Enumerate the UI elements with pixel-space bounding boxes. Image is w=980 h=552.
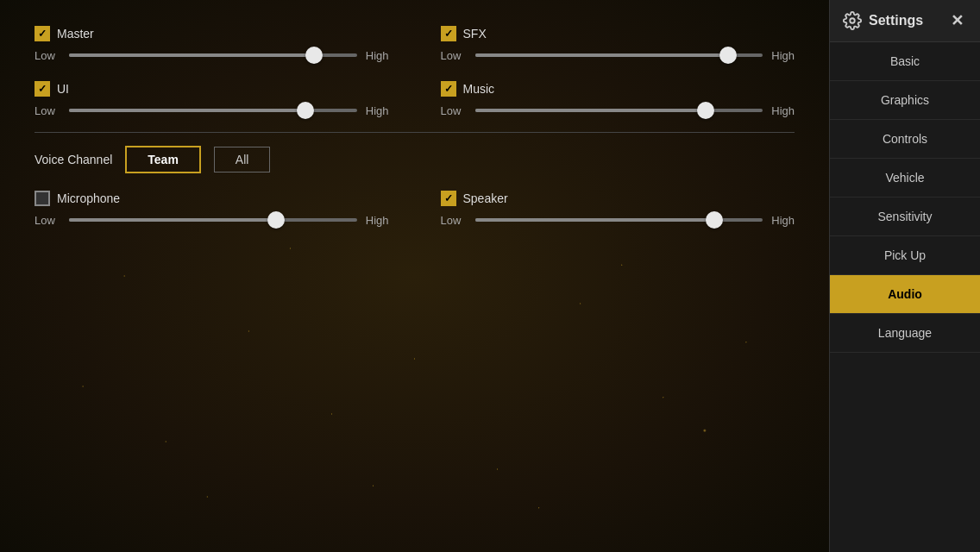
ui-slider-track [69,109,357,112]
music-low-label: Low [441,104,467,117]
master-slider-fill [69,53,314,57]
sfx-slider-track [475,53,763,57]
music-slider-thumb[interactable] [697,102,714,119]
speaker-slider-fill [475,218,714,222]
ui-label: UI [57,82,69,96]
sfx-label: SFX [463,27,487,41]
master-slider-row: Low High [35,47,389,64]
sidebar-nav: Basic Graphics Controls Vehicle Sensitiv… [830,42,980,552]
speaker-slider-track [475,218,763,222]
sidebar-item-audio[interactable]: Audio [830,275,980,314]
speaker-header: Speaker [441,191,795,206]
close-button[interactable]: ✕ [946,10,967,31]
microphone-checkbox[interactable] [35,191,50,206]
microphone-label: Microphone [57,191,120,205]
microphone-header: Microphone [35,191,389,206]
ui-slider-row: Low High [35,102,389,119]
sidebar-item-controls[interactable]: Controls [830,120,980,159]
audio-panel: Master Low High SFX [35,26,795,229]
music-header: Music [441,81,795,97]
ui-slider-thumb[interactable] [297,102,314,119]
music-slider-track [475,109,763,112]
master-low-label: Low [35,49,60,62]
master-high-label: High [366,49,389,62]
audio-item-ui: UI Low High [35,81,389,119]
speaker-checkbox[interactable] [441,191,456,206]
ui-header: UI [35,81,389,97]
ui-high-label: High [366,104,389,117]
master-label: Master [57,27,94,41]
settings-title: Settings [869,13,923,28]
audio-item-speaker: Speaker Low High [441,191,795,229]
sfx-slider-row: Low High [441,47,795,64]
sfx-checkbox[interactable] [441,26,456,41]
sfx-low-label: Low [441,49,467,62]
master-checkbox[interactable] [35,26,50,41]
sfx-slider-fill [475,53,729,57]
speaker-low-label: Low [441,214,467,227]
ui-slider-fill [69,109,305,112]
microphone-slider-row: Low High [35,211,389,229]
sidebar-title-group: Settings [843,11,923,30]
microphone-low-label: Low [35,214,60,227]
speaker-slider-container[interactable] [475,211,763,229]
microphone-slider-thumb[interactable] [267,211,285,229]
audio-item-microphone: Microphone Low High [35,191,389,229]
gear-icon [843,11,862,30]
microphone-slider-container[interactable] [69,211,357,229]
music-slider-container[interactable] [475,102,763,119]
audio-section-top: Master Low High SFX [35,26,795,64]
sidebar-item-language[interactable]: Language [830,314,980,353]
sidebar-item-basic[interactable]: Basic [830,42,980,81]
sidebar-item-pickup[interactable]: Pick Up [830,236,980,275]
master-header: Master [35,26,389,41]
ui-slider-container[interactable] [69,102,357,119]
microphone-slider-fill [69,218,276,222]
audio-section-mic-speaker: Microphone Low High Spe [35,191,795,229]
speaker-label: Speaker [463,191,508,205]
sfx-slider-thumb[interactable] [719,47,737,64]
music-slider-fill [475,109,706,112]
master-slider-track [69,53,357,57]
microphone-slider-track [69,218,357,222]
sidebar-item-graphics[interactable]: Graphics [830,81,980,120]
audio-item-master: Master Low High [35,26,389,64]
music-label: Music [463,82,495,96]
speaker-slider-row: Low High [441,211,795,229]
voice-tab-team[interactable]: Team [125,146,201,173]
voice-tab-all[interactable]: All [214,147,271,172]
sidebar-item-vehicle[interactable]: Vehicle [830,159,980,198]
main-content: Master Low High SFX [0,0,829,552]
audio-item-sfx: SFX Low High [441,26,795,64]
microphone-high-label: High [366,214,389,227]
speaker-slider-thumb[interactable] [706,211,723,229]
audio-item-music: Music Low High [441,81,795,119]
music-checkbox[interactable] [441,81,456,97]
sfx-high-label: High [771,49,795,62]
ui-low-label: Low [35,104,60,117]
master-slider-container[interactable] [69,47,357,64]
audio-section-ui-music: UI Low High Music [35,81,795,119]
music-slider-row: Low High [441,102,795,119]
speaker-high-label: High [771,214,795,227]
sidebar: Settings ✕ Basic Graphics Controls Vehic… [829,0,980,552]
voice-channel-row: Voice Channel Team All [35,146,795,173]
sfx-header: SFX [441,26,795,41]
ui-checkbox[interactable] [35,81,50,97]
master-slider-thumb[interactable] [305,47,323,64]
divider [35,132,795,133]
sidebar-header: Settings ✕ [830,0,980,42]
sidebar-item-sensitivity[interactable]: Sensitivity [830,198,980,236]
voice-channel-label: Voice Channel [35,153,112,166]
svg-point-0 [850,18,855,23]
sfx-slider-container[interactable] [475,47,763,64]
music-high-label: High [771,104,795,117]
